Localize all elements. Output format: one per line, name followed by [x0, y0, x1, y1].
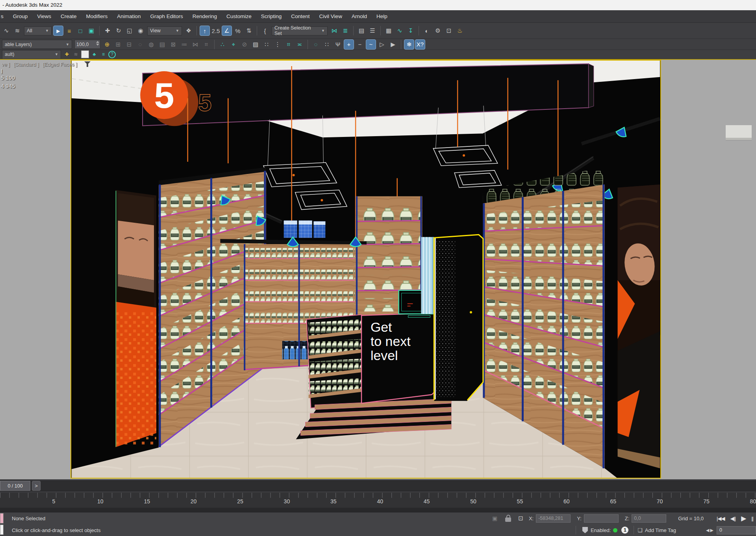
- select-by-name-icon[interactable]: ≡: [64, 26, 74, 36]
- dot-grid-icon[interactable]: ∷: [322, 39, 332, 50]
- merge-layers-icon[interactable]: ⋈: [190, 39, 200, 50]
- menu-item-s[interactable]: s: [0, 13, 8, 19]
- z-coord-field[interactable]: 0,0: [632, 514, 666, 523]
- isolate-selection-icon[interactable]: ▣: [492, 515, 497, 521]
- menu-item-create[interactable]: Create: [56, 13, 82, 19]
- time-slider[interactable]: 0 / 100 >: [0, 479, 756, 493]
- align-icon[interactable]: ≣: [340, 26, 350, 36]
- percent-spinner[interactable]: 100,0: [74, 40, 100, 49]
- layers-dropdown[interactable]: able Layers)▼: [2, 40, 72, 49]
- security-shield-icon[interactable]: [582, 527, 588, 533]
- frame-spinner-arrows[interactable]: ◀▶: [706, 528, 714, 533]
- selection-region-circle-icon[interactable]: ◌: [311, 39, 321, 50]
- cyan-door-column[interactable]: [421, 237, 434, 314]
- paint-selection-icon[interactable]: ▨: [250, 39, 261, 50]
- keyboard-override-icon[interactable]: ↑: [200, 26, 210, 36]
- menu-item-group[interactable]: Group: [8, 13, 33, 19]
- reference-coordinate-dropdown[interactable]: View▼: [147, 26, 182, 35]
- schematic-view-icon[interactable]: ↧: [406, 26, 416, 36]
- viewport-area[interactable]: ve ] [Standard ] [Edged Faces ] l 5 100 …: [0, 59, 756, 479]
- measure-tool-icon[interactable]: ≍: [295, 39, 305, 50]
- notes-icon[interactable]: ≡: [99, 50, 107, 59]
- menu-item-views[interactable]: Views: [32, 13, 56, 19]
- left-banner-man[interactable]: [115, 190, 156, 447]
- menu-item-animation[interactable]: Animation: [112, 13, 145, 19]
- select-and-link-icon[interactable]: ∿: [1, 26, 11, 36]
- menu-item-content[interactable]: Content: [286, 13, 314, 19]
- blue-product-boxes[interactable]: [284, 220, 326, 238]
- vegetation-icon[interactable]: ♣: [90, 50, 98, 59]
- viewport-shading-label[interactable]: [Standard ]: [14, 61, 39, 67]
- color-swatch[interactable]: [81, 50, 89, 58]
- slide-key-icon[interactable]: ~: [366, 39, 376, 50]
- render-icon[interactable]: ♨: [455, 26, 465, 36]
- named-selection-set-dropdown[interactable]: Create Selection Set▼: [272, 26, 328, 35]
- filter-funnel-icon[interactable]: [84, 61, 91, 67]
- percent-snap-icon[interactable]: %: [233, 26, 243, 36]
- freeze-layer-icon[interactable]: ◍: [146, 39, 156, 50]
- menu-item-modifiers[interactable]: Modifiers: [82, 13, 113, 19]
- layer-stack-icon[interactable]: ≋: [72, 50, 80, 59]
- next-frame-button[interactable]: >: [32, 481, 41, 491]
- add-time-tag[interactable]: Add Time Tag: [645, 527, 676, 533]
- spinner-snap-icon[interactable]: ⇅: [244, 26, 254, 36]
- array-tool-icon[interactable]: ∷: [261, 39, 272, 50]
- render-setup-icon[interactable]: ⚙: [433, 26, 443, 36]
- freeze-transform-icon[interactable]: ❄: [404, 39, 414, 50]
- selection-lock-icon[interactable]: [505, 518, 511, 522]
- previous-frame-button[interactable]: ◀||: [730, 516, 736, 521]
- track-bar[interactable]: [0, 508, 756, 512]
- select-and-place-icon[interactable]: ◉: [135, 26, 146, 36]
- window-crossing-icon[interactable]: ▣: [86, 26, 96, 36]
- menu-item-customize[interactable]: Customize: [222, 13, 256, 19]
- collapse-layers-icon[interactable]: ⌗: [201, 39, 211, 50]
- right-banner-woman[interactable]: [618, 185, 660, 468]
- time-slider-track[interactable]: [0, 481, 756, 491]
- snap-target-icon[interactable]: ⌖: [228, 39, 239, 50]
- key-step-play-icon[interactable]: ▶: [388, 39, 398, 50]
- add-key-icon[interactable]: +: [344, 39, 354, 50]
- selection-filter-dropdown[interactable]: All▼: [24, 26, 52, 35]
- x-coord-field[interactable]: -58348,281: [536, 514, 571, 523]
- layer-explorer-icon[interactable]: ☰: [367, 26, 378, 36]
- menu-item-help[interactable]: Help: [372, 13, 392, 19]
- wire-parameters-icon[interactable]: Ψ: [333, 39, 343, 50]
- menu-item-rendering[interactable]: Rendering: [188, 13, 222, 19]
- add-selection-to-layer-icon[interactable]: ⊞: [113, 39, 123, 50]
- preset-dropdown[interactable]: ault)▼: [2, 50, 61, 59]
- spacing-tool-icon[interactable]: ⋮: [272, 39, 283, 50]
- soft-selection-icon[interactable]: ⊘: [239, 39, 250, 50]
- material-editor-icon[interactable]: ◐: [422, 26, 432, 36]
- micro-units-icon[interactable]: ∴: [217, 39, 228, 50]
- viewport-label[interactable]: ve ] [Standard ] [Edged Faces ]: [2, 61, 91, 67]
- distant-object[interactable]: [726, 125, 752, 140]
- viewport-name-label[interactable]: ve ]: [2, 61, 10, 67]
- viewport-edged-faces-label[interactable]: [Edged Faces ]: [43, 61, 77, 67]
- rendered-frame-icon[interactable]: ⊡: [444, 26, 454, 36]
- help-icon[interactable]: ?: [108, 51, 116, 58]
- unlink-selection-icon[interactable]: ≋: [12, 26, 22, 36]
- use-pivot-center-icon[interactable]: ❖: [183, 26, 194, 36]
- current-frame-field[interactable]: 0: [717, 526, 756, 534]
- select-and-scale-icon[interactable]: ◱: [124, 26, 135, 36]
- menu-item-civil-view[interactable]: Civil View: [315, 13, 347, 19]
- menu-item-scripting[interactable]: Scripting: [256, 13, 287, 19]
- layer-properties-icon[interactable]: ≔: [179, 39, 189, 50]
- angle-snap-icon[interactable]: ∠: [222, 26, 232, 36]
- perspective-viewport-scene[interactable]: 5 5: [70, 60, 661, 479]
- rectangular-selection-region-icon[interactable]: □: [75, 26, 85, 36]
- key-step-forward-icon[interactable]: ▷: [377, 39, 387, 50]
- curve-editor-icon[interactable]: ∿: [395, 26, 405, 36]
- hide-layer-icon[interactable]: ◌: [135, 39, 145, 50]
- y-coord-field[interactable]: [584, 514, 619, 523]
- select-and-move-icon[interactable]: ✚: [102, 26, 113, 36]
- snaps-toggle-icon[interactable]: 2.5: [211, 26, 221, 36]
- grid-align-icon[interactable]: ⌗: [284, 39, 294, 50]
- timeline-ruler[interactable]: 5101520253035404550556065707580: [0, 493, 756, 508]
- select-and-rotate-icon[interactable]: ↻: [113, 26, 124, 36]
- transform-xy-lock-icon[interactable]: X?: [415, 39, 425, 50]
- create-new-layer-icon[interactable]: ⊕: [102, 39, 112, 50]
- black-display-case[interactable]: [434, 235, 483, 401]
- enabled-count-badge[interactable]: 1: [621, 527, 628, 534]
- menu-item-graph-editors[interactable]: Graph Editors: [145, 13, 187, 19]
